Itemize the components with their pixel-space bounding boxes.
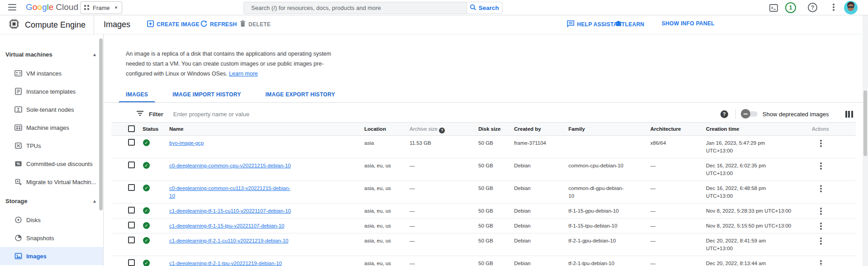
chevron-up-icon[interactable]: ▲ — [92, 199, 97, 204]
learn-button[interactable]: LEARN — [615, 20, 644, 28]
sidebar-item-vm-instances[interactable]: VM instances — [0, 64, 103, 82]
create-image-button[interactable]: CREATE IMAGE — [147, 20, 200, 28]
cell-family: common-dl-gpu-debian-10 — [568, 185, 624, 200]
cell-disk-size: 50 GB — [478, 139, 493, 147]
column-header-location[interactable]: Location — [364, 126, 386, 132]
sidebar-item-snapshots[interactable]: Snapshots — [0, 229, 103, 247]
tab-image-export-history[interactable]: IMAGE EXPORT HISTORY — [258, 89, 342, 103]
row-actions-button[interactable] — [820, 208, 822, 216]
search-input[interactable]: Search (/) for resources, docs, products… — [243, 2, 467, 14]
row-checkbox[interactable] — [128, 162, 135, 168]
search-icon — [470, 4, 476, 12]
filter-input[interactable]: Enter property name or value — [173, 111, 720, 118]
filter-label[interactable]: Filter — [149, 111, 163, 118]
image-name-link[interactable]: c0-deeplearning-common-cpu-v20221215-deb… — [169, 163, 291, 168]
row-checkbox[interactable] — [128, 184, 135, 191]
filter-bar: Filter Enter property name or value ? Sh… — [111, 106, 856, 122]
refresh-button[interactable]: REFRESH — [200, 20, 237, 28]
image-name-link[interactable]: c0-deeplearning-common-cu113-v20221215-d… — [169, 185, 291, 191]
cell-architecture: — — [650, 162, 656, 170]
google-cloud-logo[interactable]: GoogleCloud — [26, 2, 78, 12]
column-header-archive[interactable]: Archive size ? — [410, 126, 445, 133]
filter-help-icon[interactable]: ? — [720, 110, 728, 118]
status-ok-icon: ✓ — [143, 207, 150, 214]
row-checkbox[interactable] — [128, 259, 135, 266]
row-actions-button[interactable] — [820, 162, 822, 171]
select-all-checkbox[interactable] — [128, 125, 135, 132]
project-selector[interactable]: Frame ▼ — [80, 1, 122, 14]
chevron-down-icon: ▼ — [114, 5, 118, 10]
row-checkbox[interactable] — [128, 237, 135, 243]
trash-icon — [240, 20, 246, 28]
page-scrollbar-thumb[interactable] — [863, 90, 867, 156]
table-row: ✓c1-deeplearning-tf-1-15-tpu-v20221107-d… — [111, 218, 856, 233]
show-info-panel-button[interactable]: SHOW INFO PANEL — [659, 20, 715, 27]
sidebar-item-images[interactable]: Images — [0, 247, 103, 265]
image-name-link-wrap[interactable]: 10 — [169, 193, 175, 199]
vm-instances-icon — [14, 70, 22, 77]
image-name-link[interactable]: c1-deeplearning-tf-1-15-tpu-v20221107-de… — [169, 223, 284, 228]
table-row: ✓c0-deeplearning-common-cu113-v20221215-… — [111, 181, 856, 204]
cell-creation-time: Dec 16, 2022, 6:02:35 pmUTC+13:00 — [706, 162, 766, 177]
column-header-created[interactable]: Created by — [514, 126, 541, 132]
table-row: ✓c1-deeplearning-tf-1-15-cu110-v20221107… — [111, 204, 856, 218]
row-actions-button[interactable] — [820, 185, 822, 193]
chevron-up-icon[interactable]: ▲ — [92, 52, 97, 57]
row-actions-button[interactable] — [820, 238, 822, 246]
project-name: Frame — [93, 5, 110, 11]
sidebar-item-sole-tenant-nodes[interactable]: Sole-tenant nodes — [0, 100, 103, 119]
row-actions-button[interactable] — [820, 260, 822, 266]
more-options-icon[interactable] — [832, 4, 835, 12]
archive-size-help-icon[interactable]: ? — [439, 128, 445, 133]
column-header-time[interactable]: Creation time — [706, 126, 739, 132]
status-ok-icon: ✓ — [143, 185, 150, 191]
column-header-family[interactable]: Family — [568, 126, 585, 132]
cell-disk-size: 50 GB — [478, 222, 493, 230]
column-header-arch[interactable]: Architecture — [650, 126, 681, 132]
search-button[interactable]: Search — [467, 2, 502, 14]
row-actions-button[interactable] — [820, 140, 822, 148]
learn-more-link[interactable]: Learn more — [229, 71, 258, 77]
column-header-disk[interactable]: Disk size — [478, 126, 501, 132]
menu-icon[interactable] — [8, 4, 16, 10]
cell-created-by: Debian — [514, 185, 530, 192]
show-deprecated-toggle[interactable] — [742, 111, 758, 117]
avatar[interactable] — [844, 1, 858, 14]
disk-icon — [14, 216, 22, 224]
image-name-link[interactable]: byo-image-gcp — [169, 140, 204, 146]
row-checkbox[interactable] — [128, 139, 135, 146]
table-body: ✓byo-image-gcpasia11.53 GB50 GBframe-371… — [111, 136, 856, 266]
sidebar-item-tpus[interactable]: TPUs — [0, 137, 103, 155]
column-header-actions[interactable]: Actions — [812, 126, 829, 132]
row-checkbox[interactable] — [128, 222, 135, 228]
sidebar-item-instance-templates[interactable]: Instance templates — [0, 82, 103, 100]
table-row: ✓c1-deeplearning-tf-2-1-cu110-v20221219-… — [111, 233, 856, 256]
sidebar-item-committed-use-discounts[interactable]: %Committed-use discounts — [0, 155, 103, 173]
cloud-shell-icon[interactable] — [769, 3, 778, 12]
column-header-name[interactable]: Name — [169, 126, 183, 132]
row-actions-button[interactable] — [820, 223, 822, 231]
image-name-link[interactable]: c1-deeplearning-tf-2-1-tpu-v20221219-deb… — [169, 261, 282, 266]
sidebar-item-disks[interactable]: Disks — [0, 211, 103, 229]
help-icon[interactable]: ? — [808, 3, 817, 12]
tab-image-import-history[interactable]: IMAGE IMPORT HISTORY — [165, 89, 248, 103]
cell-disk-size: 50 GB — [478, 185, 493, 192]
cell-created-by: frame-371104 — [514, 139, 546, 147]
delete-button[interactable]: DELETE — [240, 20, 271, 28]
image-name-link[interactable]: c1-deeplearning-tf-2-1-cu110-v20221219-d… — [169, 238, 288, 243]
cell-archive-size: — — [410, 260, 415, 266]
column-header-status[interactable]: Status — [143, 126, 158, 132]
discount-icon: % — [14, 160, 22, 168]
cell-disk-size: 50 GB — [478, 207, 493, 215]
nav-section-virtual-machines: Virtual machines▲ — [0, 44, 103, 64]
sidebar-item-machine-images[interactable]: Machine images — [0, 119, 103, 137]
image-name-link[interactable]: c1-deeplearning-tf-1-15-cu110-v20221107-… — [169, 208, 291, 214]
sidebar-item-migrate-to-virtual-machin[interactable]: Migrate to Virtual Machin... — [0, 173, 103, 191]
nav-scrollbar[interactable] — [99, 38, 103, 210]
row-checkbox[interactable] — [128, 207, 135, 214]
tab-images[interactable]: IMAGES — [119, 89, 155, 103]
page-scrollbar-track[interactable] — [863, 15, 868, 266]
product-header[interactable]: Compute Engine — [0, 15, 94, 34]
column-display-icon[interactable] — [845, 111, 854, 118]
notifications-badge[interactable]: 1 — [785, 2, 796, 13]
